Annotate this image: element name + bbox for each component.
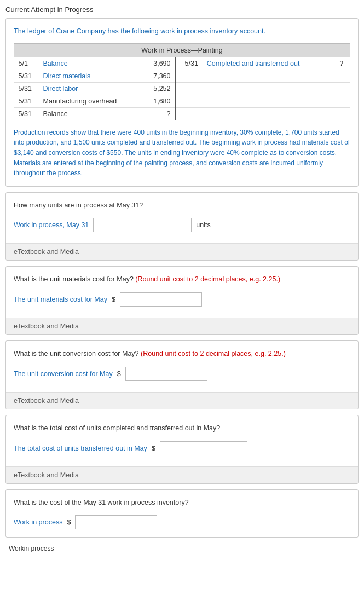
left-label-1: Balance <box>39 57 137 70</box>
left-amount-3: 5,252 <box>137 82 176 95</box>
etextbook-bar-4[interactable]: eTextbook and Media <box>6 466 358 483</box>
intro-text: The ledger of Crane Company has the foll… <box>14 26 350 37</box>
question-text-3: What is the unit conversion cost for May… <box>14 349 350 359</box>
last-q-input[interactable] <box>75 515 157 529</box>
left-label-4: Manufacturing overhead <box>39 95 137 107</box>
left-amount-1: 3,690 <box>137 57 176 70</box>
etextbook-bar-3[interactable]: eTextbook and Media <box>6 392 358 409</box>
right-date-1: 5/31 <box>176 57 203 70</box>
q4-input[interactable] <box>160 441 247 455</box>
q2-input[interactable] <box>120 292 202 307</box>
etextbook-bar-2[interactable]: eTextbook and Media <box>6 318 358 334</box>
etextbook-bar-1[interactable]: eTextbook and Media <box>6 243 358 260</box>
left-date-1: 5/1 <box>14 57 39 70</box>
ledger-table: Work in Process—Painting 5/1 Balance 3,6… <box>14 43 350 120</box>
q1-label: Work in process, May 31 <box>14 221 89 229</box>
current-attempt-header: Current Attempt in Progress <box>5 5 359 14</box>
last-q-label: Work in process <box>14 518 62 526</box>
left-amount-5: ? <box>137 107 176 120</box>
last-q-prefix: $ <box>67 518 71 526</box>
q2-label: The unit materials cost for May <box>14 296 107 303</box>
right-question-1: ? <box>335 57 350 70</box>
q3-label: The unit conversion cost for May <box>14 370 113 378</box>
last-question-text: What is the cost of the May 31 work in p… <box>14 498 350 508</box>
left-date-5: 5/31 <box>14 107 39 120</box>
ledger-title: Work in Process—Painting <box>14 43 350 57</box>
left-date-2: 5/31 <box>14 70 39 82</box>
left-date-4: 5/31 <box>14 95 39 107</box>
left-label-5: Balance <box>39 107 137 120</box>
question-box-3: What is the unit conversion cost for May… <box>5 340 359 409</box>
q4-label: The total cost of units transferred out … <box>14 445 147 452</box>
main-info-box: The ledger of Crane Company has the foll… <box>5 18 359 187</box>
q4-prefix: $ <box>152 445 155 452</box>
left-label-3: Direct labor <box>39 82 137 95</box>
right-amount-1 <box>322 57 335 70</box>
q1-unit: units <box>196 221 210 229</box>
left-label-2: Direct materials <box>39 70 137 82</box>
question-text-2: What is the unit materials cost for May?… <box>14 274 350 285</box>
q3-prefix: $ <box>117 370 121 378</box>
question-box-1: How many units are in process at May 31?… <box>5 192 359 261</box>
last-question-box: What is the cost of the May 31 work in p… <box>5 489 359 538</box>
right-label-1: Completed and transferred out <box>203 57 322 70</box>
footer-label: Workin process <box>5 542 359 555</box>
left-amount-4: 1,680 <box>137 95 176 107</box>
question-box-4: What is the total cost of units complete… <box>5 415 359 484</box>
left-date-3: 5/31 <box>14 82 39 95</box>
left-amount-2: 7,360 <box>137 70 176 82</box>
question-text-4: What is the total cost of units complete… <box>14 423 350 434</box>
production-text: Production records show that there were … <box>14 128 350 178</box>
question-box-2: What is the unit materials cost for May?… <box>5 266 359 335</box>
q1-input[interactable] <box>93 218 192 232</box>
question-text-1: How many units are in process at May 31? <box>14 200 350 211</box>
q3-input[interactable] <box>125 367 207 381</box>
q2-prefix: $ <box>112 296 115 303</box>
